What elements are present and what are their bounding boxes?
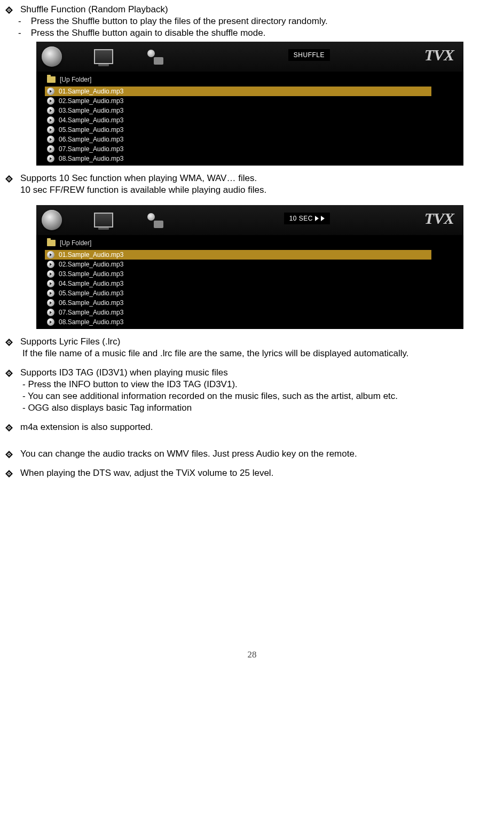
- file-name: 07.Sample_Audio.mp3: [59, 145, 123, 153]
- file-row: 02.Sample_Audio.mp3: [36, 260, 463, 269]
- diamond-icon: [5, 470, 13, 477]
- up-folder-label: [Up Folder]: [60, 239, 91, 247]
- play-icon: [47, 270, 54, 278]
- play-icon: [47, 116, 54, 124]
- dash-text: Press the Shuffle button again to disabl…: [31, 28, 266, 38]
- up-folder-row: [Up Folder]: [36, 72, 463, 87]
- bullet-id3: Supports ID3 TAG (ID3V1) when playing mu…: [5, 367, 499, 378]
- sub-text: If the file name of a music file and .lr…: [5, 348, 499, 359]
- play-icon: [47, 107, 54, 114]
- file-row: 07.Sample_Audio.mp3: [36, 144, 463, 154]
- network-icon: [145, 49, 164, 65]
- bullet-text: m4a extension is also supported.: [20, 422, 153, 433]
- status-badge-10sec: 10 SEC: [284, 213, 330, 224]
- file-name: 05.Sample_Audio.mp3: [59, 289, 123, 297]
- tv-icon: [94, 213, 113, 228]
- file-name: 02.Sample_Audio.mp3: [59, 261, 123, 268]
- play-icon: [47, 251, 54, 258]
- screenshot-shuffle: SHUFFLE TVX [Up Folder] 01.Sample_Audio.…: [5, 42, 499, 166]
- play-icon: [47, 318, 54, 326]
- dash-mark: -: [18, 16, 21, 27]
- file-name: 05.Sample_Audio.mp3: [59, 126, 123, 134]
- status-badge-shuffle: SHUFFLE: [288, 49, 330, 61]
- play-icon: [47, 299, 54, 307]
- play-icon: [47, 309, 54, 316]
- bullet-text: Shuffle Function (Random Playback): [20, 4, 168, 15]
- sub-text: - OGG also displays basic Tag informatio…: [5, 403, 499, 413]
- continuation-line: 10 sec FF/REW function is available whil…: [5, 185, 499, 195]
- up-folder-row: [Up Folder]: [36, 235, 463, 250]
- tv-icon: [94, 49, 113, 64]
- diamond-icon: [5, 339, 13, 346]
- play-icon: [47, 126, 54, 134]
- bullet-dts: When playing the DTS wav, adjust the TVi…: [5, 468, 499, 479]
- dash-item: - Press the Shuffle button again to disa…: [5, 28, 499, 38]
- diamond-icon: [5, 424, 13, 432]
- play-icon: [47, 261, 54, 268]
- file-row: 03.Sample_Audio.mp3: [36, 269, 463, 279]
- play-icon: [47, 97, 54, 105]
- file-name: 02.Sample_Audio.mp3: [59, 97, 123, 105]
- file-name: 01.Sample_Audio.mp3: [59, 88, 123, 95]
- file-name: 04.Sample_Audio.mp3: [59, 280, 123, 287]
- bullet-wmv: You can change the audio tracks on WMV f…: [5, 449, 499, 459]
- network-icon: [145, 212, 164, 228]
- play-icon: [47, 155, 54, 162]
- file-row: 06.Sample_Audio.mp3: [36, 135, 463, 144]
- file-name: 01.Sample_Audio.mp3: [59, 251, 123, 258]
- bullet-10sec: Supports 10 Sec function when playing WM…: [5, 173, 499, 184]
- file-name: 08.Sample_Audio.mp3: [59, 155, 123, 162]
- bullet-text: You can change the audio tracks on WMV f…: [20, 449, 357, 459]
- bullet-text: Supports ID3 TAG (ID3V1) when playing mu…: [20, 367, 228, 378]
- diamond-icon: [5, 451, 13, 458]
- diamond-icon: [5, 175, 13, 183]
- hdd-icon: [42, 46, 62, 67]
- file-row: 05.Sample_Audio.mp3: [36, 288, 463, 298]
- hdd-icon: [42, 210, 62, 230]
- ff-arrow-icon: [321, 216, 325, 221]
- badge-text: 10 SEC: [289, 215, 313, 222]
- diamond-icon: [5, 370, 13, 377]
- badge-text: SHUFFLE: [294, 51, 325, 59]
- play-icon: [47, 136, 54, 143]
- tvx-logo: TVX: [424, 46, 454, 64]
- up-folder-label: [Up Folder]: [60, 76, 91, 83]
- file-name: 08.Sample_Audio.mp3: [59, 318, 123, 326]
- file-row: 08.Sample_Audio.mp3: [36, 154, 463, 166]
- dash-mark: -: [18, 28, 21, 38]
- file-name: 03.Sample_Audio.mp3: [59, 270, 123, 278]
- file-name: 06.Sample_Audio.mp3: [59, 299, 123, 307]
- file-name: 03.Sample_Audio.mp3: [59, 107, 123, 114]
- file-row-selected: 01.Sample_Audio.mp3: [45, 250, 431, 260]
- bullet-text: When playing the DTS wav, adjust the TVi…: [20, 468, 273, 479]
- dash-item: - Press the Shuffle button to play the f…: [5, 16, 499, 27]
- play-icon: [47, 289, 54, 297]
- folder-icon: [47, 240, 56, 246]
- bullet-text: Supports Lyric Files (.lrc): [20, 336, 120, 347]
- bullet-lyric: Supports Lyric Files (.lrc): [5, 336, 499, 347]
- file-name: 07.Sample_Audio.mp3: [59, 309, 123, 316]
- file-row: 08.Sample_Audio.mp3: [36, 317, 463, 329]
- page-number: 28: [5, 649, 499, 660]
- play-icon: [47, 145, 54, 153]
- file-row: 04.Sample_Audio.mp3: [36, 115, 463, 125]
- file-name: 04.Sample_Audio.mp3: [59, 116, 123, 124]
- bullet-text: Supports 10 Sec function when playing WM…: [20, 173, 257, 184]
- play-icon: [47, 88, 54, 95]
- file-name: 06.Sample_Audio.mp3: [59, 136, 123, 143]
- file-row: 05.Sample_Audio.mp3: [36, 125, 463, 135]
- bullet-shuffle: Shuffle Function (Random Playback): [5, 4, 499, 15]
- sub-text: - You can see additional information rec…: [5, 391, 499, 402]
- file-row: 02.Sample_Audio.mp3: [36, 96, 463, 106]
- dash-text: Press the Shuffle button to play the fil…: [31, 16, 328, 27]
- tvx-logo: TVX: [424, 209, 454, 228]
- ff-arrow-icon: [315, 216, 319, 221]
- file-row: 06.Sample_Audio.mp3: [36, 298, 463, 308]
- sub-text: - Press the INFO button to view the ID3 …: [5, 379, 499, 390]
- play-icon: [47, 280, 54, 287]
- diamond-icon: [5, 6, 13, 14]
- file-row: 03.Sample_Audio.mp3: [36, 106, 463, 115]
- screenshot-10sec: 10 SEC TVX [Up Folder] 01.Sample_Audio.m…: [5, 205, 499, 329]
- bullet-m4a: m4a extension is also supported.: [5, 422, 499, 433]
- file-row: 04.Sample_Audio.mp3: [36, 279, 463, 288]
